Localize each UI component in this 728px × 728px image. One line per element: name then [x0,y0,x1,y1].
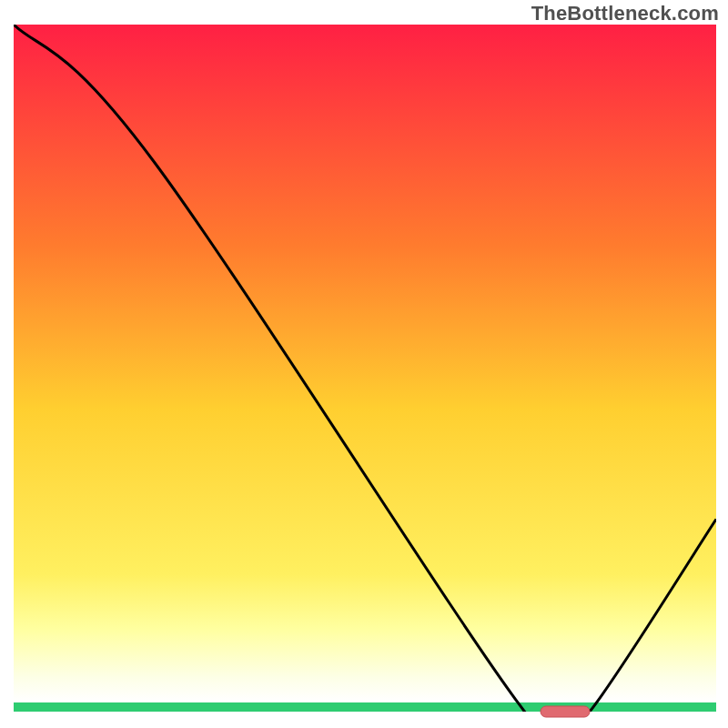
gradient-background [14,25,716,712]
green-baseline-strip [14,703,716,712]
chart-stage: TheBottleneck.com [0,0,728,728]
watermark-label: TheBottleneck.com [531,2,719,25]
bottleneck-chart [0,0,728,728]
optimal-zone-marker [541,706,590,717]
